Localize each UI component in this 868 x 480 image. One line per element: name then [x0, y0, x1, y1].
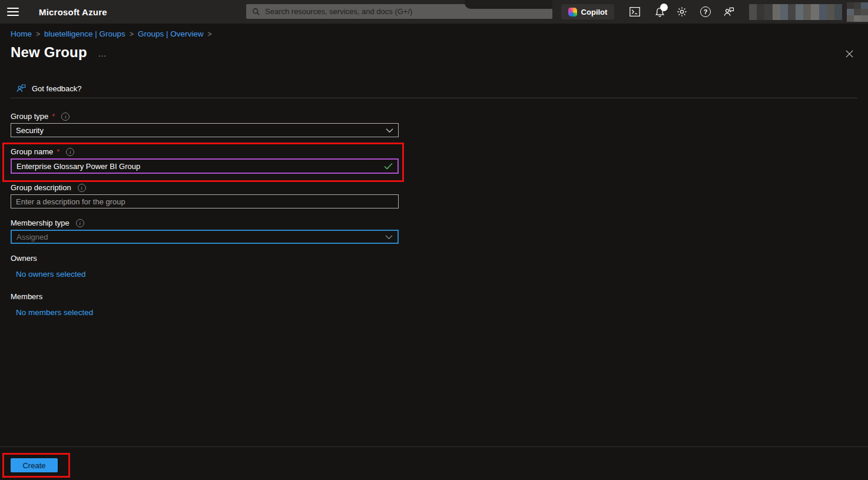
members-label: Members	[11, 292, 42, 301]
required-asterisk: *	[52, 112, 55, 121]
breadcrumb-tenant-groups[interactable]: bluetelligence | Groups	[44, 29, 125, 38]
valid-check-icon	[384, 163, 393, 170]
no-members-selected-link[interactable]: No members selected	[16, 308, 93, 317]
info-icon[interactable]: i	[66, 148, 74, 156]
membership-type-label: Membership type	[11, 219, 69, 227]
close-icon[interactable]	[844, 48, 854, 59]
breadcrumb-separator: >	[130, 30, 134, 38]
settings-gear-icon[interactable]	[672, 2, 692, 21]
group-name-input[interactable]: Enterprise Glossary Power BI Group	[11, 158, 399, 174]
copilot-button[interactable]: Copilot	[561, 4, 614, 19]
avatar-blurred[interactable]	[847, 2, 868, 22]
membership-type-dropdown[interactable]: Assigned	[11, 230, 399, 244]
group-description-label: Group description	[11, 183, 71, 192]
group-description-label-row: Group description i	[11, 183, 86, 192]
group-name-value: Enterprise Glossary Power BI Group	[16, 162, 140, 171]
no-owners-selected-link[interactable]: No owners selected	[16, 270, 86, 279]
group-type-value: Security	[16, 126, 44, 135]
group-description-placeholder: Enter a description for the group	[16, 197, 125, 206]
breadcrumb-separator: >	[207, 30, 211, 38]
copilot-icon	[568, 8, 577, 16]
group-name-label: Group name	[11, 147, 53, 156]
help-icon[interactable]: ?	[695, 2, 715, 21]
search-icon	[252, 8, 260, 16]
breadcrumb-home[interactable]: Home	[11, 29, 32, 38]
flyout-notch	[465, 0, 552, 9]
brand-title[interactable]: Microsoft Azure	[39, 0, 107, 24]
breadcrumb-groups-overview[interactable]: Groups | Overview	[138, 29, 204, 38]
create-button[interactable]: Create	[11, 458, 58, 472]
page-title: New Group	[11, 44, 87, 61]
group-description-input[interactable]: Enter a description for the group	[11, 194, 399, 208]
info-icon[interactable]: i	[61, 112, 69, 121]
membership-type-label-row: Membership type i	[11, 219, 84, 227]
group-name-label-row: Group name * i	[11, 147, 74, 156]
membership-type-value: Assigned	[16, 233, 48, 241]
info-icon[interactable]: i	[78, 184, 86, 192]
top-bar: Microsoft Azure Search resources, servic…	[0, 0, 868, 24]
feedback-person-icon[interactable]	[719, 2, 739, 21]
info-icon[interactable]: i	[76, 219, 84, 227]
hamburger-menu-icon[interactable]	[7, 8, 19, 16]
search-placeholder: Search resources, services, and docs (G+…	[265, 7, 412, 16]
chevron-down-icon	[385, 234, 393, 240]
account-info-blurred[interactable]	[749, 4, 842, 20]
group-type-label-row: Group type * i	[11, 112, 69, 121]
notification-badge	[660, 4, 668, 11]
required-asterisk: *	[57, 147, 59, 156]
breadcrumb: Home > bluetelligence | Groups > Groups …	[11, 29, 211, 38]
footer-divider	[0, 446, 868, 447]
group-type-label: Group type	[11, 112, 48, 121]
cloud-shell-icon[interactable]	[625, 2, 645, 21]
notifications-bell-icon[interactable]	[650, 2, 670, 21]
chevron-down-icon	[386, 128, 393, 133]
owners-label: Owners	[11, 254, 37, 263]
got-feedback-link[interactable]: Got feedback?	[16, 83, 82, 94]
header-divider	[11, 98, 857, 98]
breadcrumb-separator: >	[36, 30, 40, 38]
got-feedback-label: Got feedback?	[32, 84, 82, 93]
group-type-dropdown[interactable]: Security	[11, 123, 399, 137]
feedback-person-icon	[16, 83, 26, 94]
more-actions-icon[interactable]: …	[98, 48, 107, 58]
